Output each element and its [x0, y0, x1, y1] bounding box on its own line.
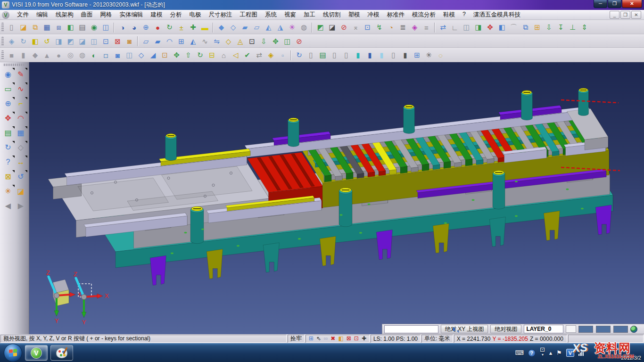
- profile-tool-icon[interactable]: ⌐: [15, 97, 27, 110]
- menu-item-18[interactable]: 标准件: [383, 10, 409, 20]
- surface-freeform-icon[interactable]: ◠: [164, 35, 175, 47]
- solid-cube-small-icon[interactable]: ▫: [277, 49, 289, 61]
- prim-cone-icon[interactable]: ▲: [41, 49, 53, 61]
- view-restore-icon[interactable]: ◙: [124, 35, 135, 47]
- box-delete-icon[interactable]: ⊠: [347, 335, 351, 342]
- view-shaded-icon[interactable]: ◨: [472, 22, 484, 33]
- transform-align-icon[interactable]: ∟: [449, 22, 461, 33]
- db-refresh-icon[interactable]: ↻: [293, 49, 305, 61]
- menu-item-3[interactable]: 线架构: [52, 10, 77, 20]
- taskbar-app-visi[interactable]: V: [25, 345, 48, 361]
- surface-extend-icon[interactable]: ◇: [227, 22, 239, 33]
- menu-item-14[interactable]: 加工: [300, 10, 319, 20]
- new-file-icon[interactable]: ▯: [6, 22, 17, 33]
- save-export-icon[interactable]: ◧: [65, 22, 76, 33]
- minimize-button[interactable]: ─: [594, 0, 607, 8]
- lock-toggle[interactable]: 拴牢: [288, 335, 305, 343]
- visi-tray-icon[interactable]: V: [566, 349, 574, 357]
- color-swatch-empty[interactable]: [566, 325, 576, 333]
- surface-normals-icon[interactable]: ◍: [298, 22, 310, 33]
- zoom-view-icon[interactable]: ◉: [2, 68, 15, 81]
- action-center-flag-icon[interactable]: ⚑: [556, 349, 562, 356]
- drop-down-icon[interactable]: ⇩: [543, 22, 555, 33]
- mdi-close-button[interactable]: ✕: [631, 11, 641, 19]
- db-layer-empty-icon[interactable]: ▯: [388, 49, 399, 61]
- surface-star-icon[interactable]: ✳: [286, 22, 298, 33]
- save-as-icon[interactable]: ⧈: [53, 22, 65, 33]
- surface-half-icon[interactable]: ◭: [187, 35, 199, 47]
- view-iso-icon[interactable]: ◈: [6, 35, 17, 47]
- traffic-light-icon[interactable]: ●: [152, 22, 164, 33]
- transform-mirror-icon[interactable]: ◫: [461, 22, 472, 33]
- arch-slot-icon[interactable]: ⌂: [218, 49, 230, 61]
- db-layer-1-icon[interactable]: ▯: [305, 49, 317, 61]
- prim-sphere-icon[interactable]: ●: [53, 49, 65, 61]
- toolbar-grip[interactable]: [1, 23, 4, 32]
- mdi-minimize-button[interactable]: _: [610, 11, 619, 19]
- db-layer-2-icon[interactable]: ▯: [329, 49, 340, 61]
- print-icon[interactable]: ▤: [76, 22, 88, 33]
- transform-xyz-icon[interactable]: ✥: [484, 22, 496, 33]
- solid-revolve-icon[interactable]: ↻: [194, 49, 206, 61]
- solid-check-icon[interactable]: ✔: [241, 49, 253, 61]
- menu-item-4[interactable]: 曲面: [77, 10, 97, 20]
- solid-round-icon[interactable]: ◘: [100, 49, 112, 61]
- solid-link-icon[interactable]: ⇄: [253, 49, 265, 61]
- absolute-xy-topview-button[interactable]: 绝对 XY 上视图: [441, 325, 488, 333]
- view-rotate-icon[interactable]: ↻: [17, 35, 29, 47]
- menu-item-13[interactable]: 视窗: [281, 10, 300, 20]
- select-region-icon[interactable]: ◌: [435, 49, 446, 61]
- title-bar[interactable]: V VISI 19.0 from Vero Software - 2012030…: [0, 0, 644, 10]
- pocket-yellow-icon[interactable]: ⊟: [206, 49, 218, 61]
- help-icon[interactable]: ?: [2, 156, 15, 168]
- search-box[interactable]: [384, 325, 438, 333]
- forward-icon[interactable]: ▶: [15, 199, 27, 212]
- delete-x-icon[interactable]: ✖: [330, 335, 335, 342]
- toolbar-grip[interactable]: [1, 37, 4, 46]
- analysis-solid-icon[interactable]: ◈: [409, 22, 421, 33]
- menu-item-5[interactable]: 网格: [97, 10, 116, 20]
- box-new-icon[interactable]: ◧: [338, 335, 343, 342]
- open-part-icon[interactable]: ◪: [15, 185, 27, 197]
- surface-hand-icon[interactable]: ◬: [234, 35, 246, 47]
- visibility-color-icon[interactable]: ◑: [116, 22, 128, 33]
- solid-open-icon[interactable]: ◫: [124, 49, 135, 61]
- zoom-window-icon[interactable]: ⊕: [2, 97, 15, 110]
- split-view-icon[interactable]: ◫: [100, 22, 112, 33]
- menu-item-12[interactable]: 系统: [261, 10, 281, 20]
- solid-cap-icon[interactable]: ⊡: [159, 49, 171, 61]
- plane-grid-icon[interactable]: ▦: [15, 126, 27, 139]
- surface-offset-icon[interactable]: ◆: [215, 22, 227, 33]
- view-top-icon[interactable]: ◧: [29, 35, 41, 47]
- solid-scale-icon[interactable]: ✥: [171, 49, 182, 61]
- surface-select-icon[interactable]: ◇: [223, 35, 234, 47]
- surface-split-icon[interactable]: ◭: [263, 22, 274, 33]
- menu-item-9[interactable]: 电极: [186, 10, 205, 20]
- window-tray-icon[interactable]: ⊡ ▾: [540, 346, 545, 360]
- paste-icon[interactable]: ⊞: [531, 22, 543, 33]
- save-icon[interactable]: ▦: [41, 22, 53, 33]
- viewport-canvas[interactable]: ZXYZXY: [29, 62, 644, 334]
- solid-wedge-icon[interactable]: ◢: [147, 49, 159, 61]
- db-layer-light-icon[interactable]: ▮: [376, 49, 388, 61]
- network-icon[interactable]: [578, 350, 584, 356]
- menu-item-19[interactable]: 模流分析: [408, 10, 439, 20]
- open-file-icon[interactable]: ◪: [17, 22, 29, 33]
- press-tool-icon[interactable]: ⇕: [578, 22, 590, 33]
- visibility-plus-icon[interactable]: ✚: [187, 22, 199, 33]
- box-select-icon[interactable]: ◧: [496, 22, 508, 33]
- ucs-axes-icon[interactable]: ✥: [2, 112, 15, 124]
- solid-view-icon[interactable]: ◇: [15, 141, 27, 154]
- drop-surface-icon[interactable]: ↧: [555, 22, 567, 33]
- view-zoom-solid-icon[interactable]: ⊡: [100, 35, 112, 47]
- db-copy-icon[interactable]: ⊞: [411, 49, 423, 61]
- stamp-tool-icon[interactable]: ⊥: [567, 22, 578, 33]
- analysis-section-icon[interactable]: ◪: [326, 22, 338, 33]
- solid-extrude-icon[interactable]: ⇧: [182, 49, 194, 61]
- visibility-refresh-icon[interactable]: ↻: [164, 22, 175, 33]
- taskbar-app-paint[interactable]: [50, 345, 73, 361]
- db-layer-dark-icon[interactable]: ▮: [399, 49, 411, 61]
- menu-item-11[interactable]: 工程图: [236, 10, 262, 20]
- mesh-drop-icon[interactable]: ⇩: [258, 35, 270, 47]
- prim-sphere-box-icon[interactable]: ◍: [76, 49, 88, 61]
